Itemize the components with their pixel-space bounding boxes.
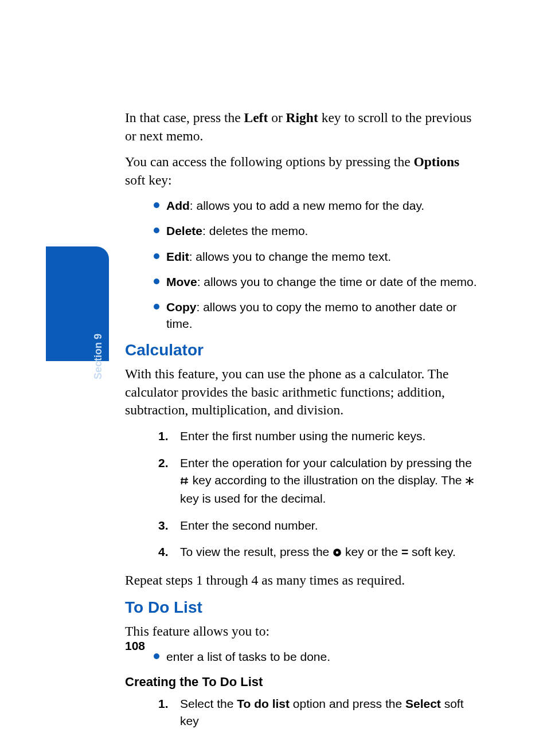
bullet-text: : allows you to change the time or date …	[197, 275, 477, 288]
todo-bullet-list: enter a list of tasks to be done.	[125, 649, 480, 665]
bullet-enter-tasks: enter a list of tasks to be done.	[125, 649, 480, 665]
content-area: In that case, press the Left or Right ke…	[125, 109, 480, 739]
equals-softkey: =	[401, 545, 408, 558]
keyword-right: Right	[286, 110, 318, 125]
ok-key-icon	[333, 545, 342, 562]
step-3: Enter the second number.	[125, 517, 480, 534]
bullet-text: : allows you to add a new memo for the d…	[190, 199, 424, 212]
keyword-select: Select	[405, 697, 441, 710]
bullet-text: : allows you to change the memo text.	[189, 250, 392, 263]
text: option and press the	[290, 697, 405, 710]
star-key-icon	[465, 473, 474, 490]
paragraph-options-intro: You can access the following options by …	[125, 153, 480, 189]
options-bullet-list: Add: allows you to add a new memo for th…	[125, 198, 480, 332]
svg-point-8	[336, 551, 338, 554]
paragraph-todo-intro: This feature allows you to:	[125, 622, 480, 641]
bullet-label: Copy	[166, 300, 197, 314]
section-tab-label: Section 9	[92, 334, 104, 379]
text: Select the	[180, 697, 237, 710]
step-1: Select the To do list option and press t…	[125, 695, 480, 730]
hash-key-icon	[180, 473, 189, 490]
heading-creating-todo: Creating the To Do List	[125, 675, 480, 690]
heading-todo: To Do List	[125, 598, 480, 617]
text: To view the result, press the	[180, 545, 333, 558]
text: key or the	[342, 545, 401, 558]
page-number: 108	[125, 639, 145, 653]
text: soft key.	[408, 545, 455, 558]
bullet-label: Add	[166, 199, 190, 212]
bullet-text: : allows you to copy the memo to another…	[166, 300, 457, 330]
heading-calculator: Calculator	[125, 341, 480, 359]
todo-steps: Select the To do list option and press t…	[125, 695, 480, 730]
bullet-text: : deletes the memo.	[202, 224, 308, 237]
text: key according to the illustration on the…	[189, 473, 465, 487]
paragraph-calculator-desc: With this feature, you can use the phone…	[125, 365, 480, 420]
bullet-edit: Edit: allows you to change the memo text…	[125, 249, 480, 265]
text: soft key:	[125, 173, 172, 187]
step-2: Enter the operation for your calculation…	[125, 455, 480, 508]
bullet-label: Move	[166, 275, 197, 288]
keyword-todo-list: To do list	[237, 697, 290, 710]
paragraph-repeat: Repeat steps 1 through 4 as many times a…	[125, 571, 480, 590]
text: Enter the operation for your calculation…	[180, 456, 472, 469]
text: key is used for the decimal.	[180, 492, 326, 505]
paragraph-intro-scroll: In that case, press the Left or Right ke…	[125, 109, 480, 145]
keyword-left: Left	[244, 110, 268, 125]
svg-line-1	[186, 477, 187, 484]
bullet-text: enter a list of tasks to be done.	[166, 650, 330, 663]
section-tab: Section 9	[46, 246, 109, 361]
bullet-copy: Copy: allows you to copy the memo to ano…	[125, 299, 480, 332]
bullet-delete: Delete: deletes the memo.	[125, 223, 480, 239]
bullet-label: Delete	[166, 224, 202, 237]
text: or	[268, 110, 286, 125]
calculator-steps: Enter the first number using the numeric…	[125, 428, 480, 562]
keyword-options: Options	[413, 154, 459, 169]
step-1: Enter the first number using the numeric…	[125, 428, 480, 445]
page: Section 9 In that case, press the Left o…	[0, 0, 547, 756]
svg-line-0	[182, 477, 183, 484]
step-4: To view the result, press the key or the…	[125, 543, 480, 562]
bullet-label: Edit	[166, 250, 189, 263]
text: In that case, press the	[125, 110, 244, 125]
bullet-add: Add: allows you to add a new memo for th…	[125, 198, 480, 214]
bullet-move: Move: allows you to change the time or d…	[125, 274, 480, 290]
text: You can access the following options by …	[125, 154, 413, 169]
